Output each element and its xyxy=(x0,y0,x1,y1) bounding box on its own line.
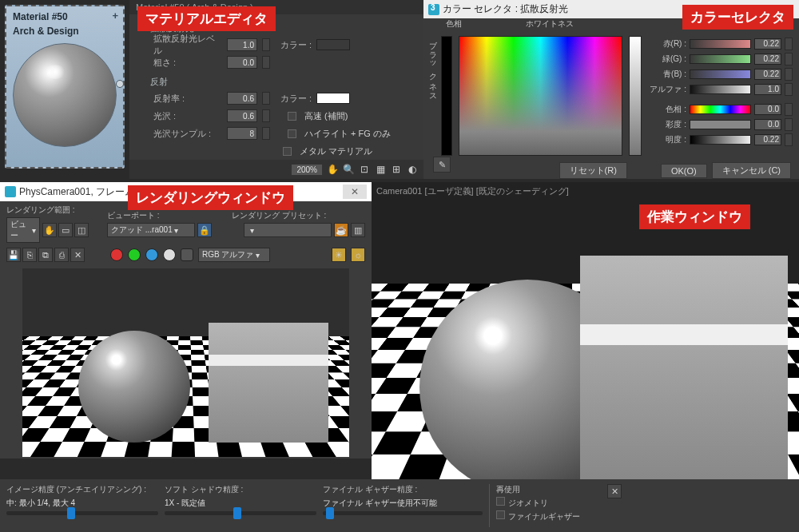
zoom-level[interactable]: 200% xyxy=(291,164,323,176)
pan-icon[interactable]: ✋ xyxy=(42,223,57,237)
red-value[interactable]: 0.22 xyxy=(754,38,781,50)
fg-value: ファイナル ギャザー使用不可能 xyxy=(323,498,483,509)
eyedropper-button[interactable]: ✎ xyxy=(433,157,451,173)
spinner-icon[interactable] xyxy=(785,133,793,146)
close-button[interactable]: ✕ xyxy=(343,185,367,199)
preset-dropdown[interactable]: ▾ xyxy=(244,223,332,237)
gloss-input[interactable]: 0.6 xyxy=(227,109,257,122)
val-slider[interactable] xyxy=(690,135,751,145)
reuse-fg-label: ファイナルギャザー xyxy=(508,512,580,521)
nav-icon[interactable]: ⊞ xyxy=(390,163,403,176)
compare-a-icon[interactable]: ☀ xyxy=(332,248,346,262)
alpha-value[interactable]: 1.0 xyxy=(754,84,781,95)
extents-icon[interactable]: ⊡ xyxy=(358,163,371,176)
sat-slider[interactable] xyxy=(690,120,751,129)
diffuse-level-input[interactable]: 1.0 xyxy=(227,38,257,51)
reuse-close-icon[interactable]: ✕ xyxy=(607,484,622,498)
render-range-label: レンダリング範囲 : xyxy=(6,204,102,216)
shadow-slider[interactable] xyxy=(165,511,316,515)
spinner-icon[interactable] xyxy=(785,83,793,96)
lock-icon[interactable]: 🔒 xyxy=(197,223,212,237)
range-dropdown[interactable]: ビュー ▾ xyxy=(6,217,40,243)
blue-slider[interactable] xyxy=(690,69,751,79)
spinner-icon[interactable] xyxy=(785,118,793,131)
green-value[interactable]: 0.22 xyxy=(754,54,781,65)
save-icon[interactable]: 💾 xyxy=(6,248,21,262)
sat-value[interactable]: 0.0 xyxy=(754,119,781,130)
green-slider[interactable] xyxy=(690,54,751,64)
spinner-icon[interactable] xyxy=(262,56,270,69)
alpha-label: アルファ : xyxy=(648,84,686,95)
app-icon xyxy=(428,4,439,15)
clear-icon[interactable]: ✕ xyxy=(70,248,85,262)
spinner-icon[interactable] xyxy=(785,38,793,50)
pan-icon[interactable]: ✋ xyxy=(326,163,339,176)
alpha-channel-toggle[interactable] xyxy=(163,248,176,261)
print-icon[interactable]: ⎙ xyxy=(54,248,69,262)
blue-value[interactable]: 0.22 xyxy=(754,69,781,80)
shadow-label: ソフト シャドウ精度 : xyxy=(165,484,316,495)
red-slider[interactable] xyxy=(690,39,751,49)
ok-button[interactable]: OK(O) xyxy=(661,164,707,178)
mono-toggle[interactable] xyxy=(181,248,193,261)
highlight-checkbox[interactable] xyxy=(288,129,296,138)
hue-heading: 色相 xyxy=(446,18,462,30)
reflection-group-title: 反射 xyxy=(150,76,415,88)
blackness-slider[interactable] xyxy=(441,36,452,156)
fast-checkbox[interactable] xyxy=(288,112,296,121)
spinner-icon[interactable] xyxy=(785,53,793,66)
copy-icon[interactable]: ⎘ xyxy=(22,248,37,262)
whiteness-slider[interactable] xyxy=(629,36,642,156)
viewport-dropdown[interactable]: クアッド ...ra001 ▾ xyxy=(107,223,195,237)
render-button[interactable]: ☕ xyxy=(334,223,348,237)
alpha-slider[interactable] xyxy=(690,85,751,94)
material-slot[interactable]: + Material #50 Arch & Design xyxy=(5,5,125,169)
layout-icon[interactable]: ▦ xyxy=(374,163,387,176)
add-material-icon[interactable]: + xyxy=(112,10,118,22)
green-channel-toggle[interactable] xyxy=(128,248,141,261)
fg-slider[interactable] xyxy=(323,511,483,515)
region-icon[interactable]: ▭ xyxy=(58,223,73,237)
clone-icon[interactable]: ⧉ xyxy=(38,248,53,262)
refl-color-swatch[interactable] xyxy=(316,93,350,104)
reflectivity-input[interactable]: 0.6 xyxy=(227,92,257,105)
blue-channel-toggle[interactable] xyxy=(145,248,158,261)
material-preview-sphere xyxy=(13,43,117,147)
hue-value[interactable]: 0.0 xyxy=(754,104,781,115)
val-value[interactable]: 0.22 xyxy=(754,134,781,145)
channel-dropdown[interactable]: RGB アルファ ▾ xyxy=(198,248,270,262)
hue-field[interactable] xyxy=(459,36,622,156)
slot-output-knob[interactable] xyxy=(116,80,124,88)
whiteness-heading: ホワイトネス xyxy=(526,18,574,30)
val-label: 明度 : xyxy=(648,134,686,145)
spinner-icon[interactable] xyxy=(262,38,270,51)
reflectivity-label: 反射率 : xyxy=(150,93,222,105)
roughness-input[interactable]: 0.0 xyxy=(227,56,257,69)
roughness-label: 粗さ : xyxy=(150,57,222,69)
viewport-cube[interactable] xyxy=(580,256,788,479)
teapot-icon[interactable]: ◐ xyxy=(406,163,419,176)
diffuse-color-swatch[interactable] xyxy=(316,39,350,50)
red-channel-toggle[interactable] xyxy=(110,248,123,261)
cancel-button[interactable]: キャンセル (C) xyxy=(712,162,791,179)
zoom-icon[interactable]: 🔍 xyxy=(342,163,355,176)
spinner-icon[interactable] xyxy=(785,103,793,116)
reuse-fg-checkbox[interactable] xyxy=(496,510,505,519)
render-output-canvas[interactable] xyxy=(22,268,349,457)
spinner-icon[interactable] xyxy=(262,92,270,105)
render-settings-icon[interactable]: ▥ xyxy=(351,223,365,237)
metal-checkbox[interactable] xyxy=(283,147,292,156)
reuse-geo-checkbox[interactable] xyxy=(496,497,505,506)
spinner-icon[interactable] xyxy=(262,127,270,140)
hue-slider[interactable] xyxy=(690,105,751,114)
blue-label: 青(B) : xyxy=(648,69,686,80)
viewport-label: ビューポート : xyxy=(107,210,227,221)
reset-button[interactable]: リセット(R) xyxy=(559,162,627,179)
crop-icon[interactable]: ◫ xyxy=(74,223,89,237)
blackness-label: ブラックネス xyxy=(427,35,438,98)
spinner-icon[interactable] xyxy=(785,68,793,81)
spinner-icon[interactable] xyxy=(262,109,270,122)
compare-b-icon[interactable]: ☼ xyxy=(351,248,365,262)
aa-slider[interactable] xyxy=(6,511,158,515)
gloss-samples-input[interactable]: 8 xyxy=(227,127,257,140)
